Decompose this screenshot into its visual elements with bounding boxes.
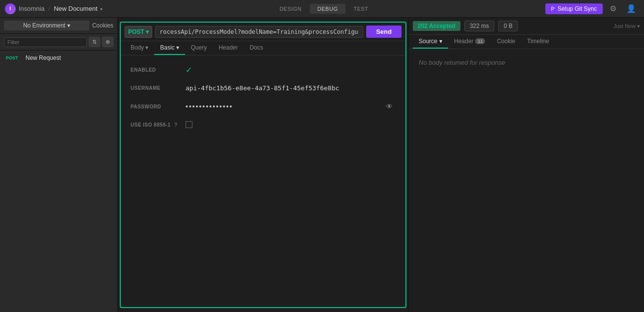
top-bar: I Insomnia / New Document ▾ DESIGN DEBUG…: [0, 0, 644, 18]
method-badge: POST: [6, 55, 22, 60]
request-name: New Request: [26, 54, 61, 61]
top-bar-actions: P Setup Git Sync ⚙ 👤: [545, 3, 639, 14]
sidebar-top-bar: No Environment ▾ Cookies: [0, 18, 117, 34]
tab-design[interactable]: DESIGN: [271, 4, 309, 14]
password-label: PASSWORD: [131, 104, 180, 109]
app-title: Insomnia / New Document ▾: [19, 5, 103, 12]
basic-auth-form: ENABLED ✓ USERNAME PASSWORD 👁 USE ISO 88…: [121, 55, 405, 138]
app-branding: I Insomnia / New Document ▾: [5, 3, 103, 14]
enabled-row: ENABLED ✓: [131, 65, 396, 75]
tab-basic[interactable]: Basic ▾: [154, 41, 185, 55]
password-input[interactable]: [186, 103, 383, 110]
url-bar: POST ▾ Send: [121, 23, 405, 41]
tab-test[interactable]: TEST: [346, 4, 376, 14]
tab-header[interactable]: Header: [213, 41, 243, 55]
doc-chevron-icon[interactable]: ▾: [100, 6, 103, 12]
tab-source[interactable]: Source ▾: [413, 35, 448, 49]
url-input[interactable]: [155, 26, 363, 38]
git-sync-button[interactable]: P Setup Git Sync: [545, 3, 603, 14]
tab-timeline[interactable]: Timeline: [521, 35, 555, 49]
request-panel: POST ▾ Send Body ▾ Basic ▾ Query Header: [120, 22, 406, 308]
help-icon[interactable]: ?: [174, 122, 178, 128]
sidebar-item-new-request[interactable]: POST New Request: [0, 51, 117, 65]
request-tabs: Body ▾ Basic ▾ Query Header Docs: [121, 41, 405, 55]
add-request-button[interactable]: ⊕: [102, 37, 113, 47]
env-chevron-icon: ▾: [67, 22, 70, 29]
timestamp-chevron-icon: ▾: [637, 23, 640, 29]
source-chevron-icon: ▾: [439, 38, 442, 45]
sidebar-filter-bar: ⇅ ⊕: [0, 34, 117, 51]
status-badge: 202 Accepted: [413, 21, 460, 31]
body-chevron-icon: ▾: [145, 44, 148, 51]
sidebar: No Environment ▾ Cookies ⇅ ⊕ POST New Re…: [0, 18, 118, 312]
password-field-container: 👁: [186, 102, 396, 111]
toggle-password-button[interactable]: 👁: [383, 102, 396, 111]
app-logo: I: [5, 3, 16, 14]
git-icon: P: [551, 6, 555, 12]
password-row: PASSWORD 👁: [131, 102, 396, 111]
tab-debug[interactable]: DEBUG: [310, 4, 346, 14]
header-count-badge: 11: [475, 38, 485, 44]
basic-chevron-icon: ▾: [176, 44, 179, 51]
response-time: 322 ms: [464, 21, 494, 31]
username-input[interactable]: [186, 84, 382, 92]
response-body-empty: No body returned for response: [409, 49, 644, 76]
response-panel: 202 Accepted 322 ms 0 B Just Now ▾ Sourc…: [408, 18, 644, 312]
tab-cookie[interactable]: Cookie: [491, 35, 521, 49]
tab-body[interactable]: Body ▾: [125, 41, 154, 55]
main-tabs: DESIGN DEBUG TEST: [271, 4, 376, 14]
method-chevron-icon: ▾: [146, 28, 149, 35]
filter-input[interactable]: [4, 37, 87, 47]
method-selector[interactable]: POST ▾: [125, 26, 152, 38]
response-tabs: Source ▾ Header 11 Cookie Timeline: [409, 35, 644, 49]
enabled-checkbox[interactable]: ✓: [186, 65, 192, 75]
settings-button[interactable]: ⚙: [607, 3, 619, 14]
response-status-bar: 202 Accepted 322 ms 0 B Just Now ▾: [409, 18, 644, 35]
main-layout: No Environment ▾ Cookies ⇅ ⊕ POST New Re…: [0, 18, 644, 312]
use-iso-row: USE ISO 8859-1 ?: [131, 121, 396, 128]
response-size: 0 B: [498, 21, 518, 31]
response-timestamp: Just Now ▾: [614, 23, 640, 29]
username-label: USERNAME: [131, 85, 180, 91]
environment-selector[interactable]: No Environment ▾: [4, 21, 89, 30]
use-iso-checkbox[interactable]: [186, 121, 192, 128]
use-iso-label: USE ISO 8859-1 ?: [131, 122, 180, 128]
send-button[interactable]: Send: [366, 26, 402, 38]
tab-response-header[interactable]: Header 11: [448, 35, 491, 49]
enabled-label: ENABLED: [131, 67, 180, 73]
username-row: USERNAME: [131, 84, 396, 92]
sort-button[interactable]: ⇅: [89, 37, 100, 47]
tab-docs[interactable]: Docs: [244, 41, 269, 55]
cookies-button[interactable]: Cookies: [92, 22, 113, 29]
tab-query[interactable]: Query: [185, 41, 213, 55]
account-button[interactable]: 👤: [623, 3, 639, 14]
